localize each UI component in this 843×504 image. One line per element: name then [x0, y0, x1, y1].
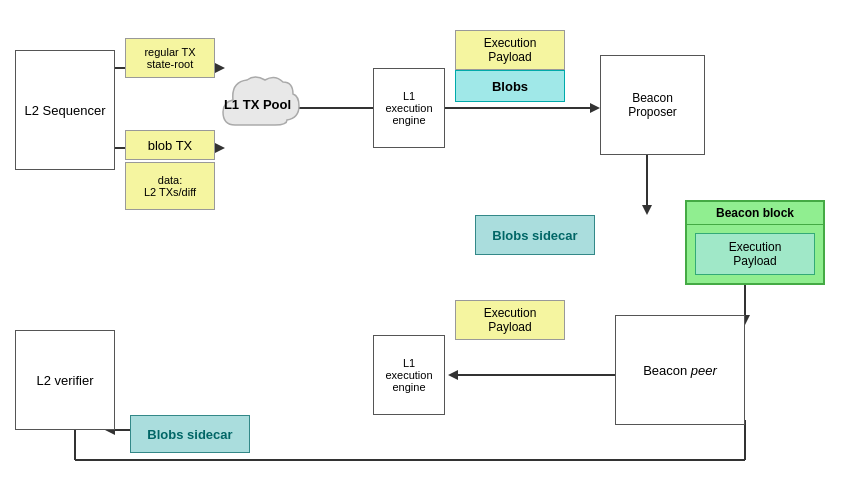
blob-tx-label: blob TX — [148, 138, 193, 153]
l1-execution-top-box: L1executionengine — [373, 68, 445, 148]
beacon-proposer-box: BeaconProposer — [600, 55, 705, 155]
l1-execution-bottom-label: L1executionengine — [385, 357, 432, 393]
svg-marker-13 — [448, 370, 458, 380]
blob-data-box: data:L2 TXs/diff — [125, 162, 215, 210]
blobs-sidecar-top-label: Blobs sidecar — [492, 228, 577, 243]
beacon-peer-label: Beacon peer — [643, 363, 717, 378]
blobs-sidecar-top-box: Blobs sidecar — [475, 215, 595, 255]
beacon-block-exec-label: ExecutionPayload — [729, 240, 782, 268]
l2-verifier-box: L2 verifier — [15, 330, 115, 430]
blobs-top-box: Blobs — [455, 70, 565, 102]
execution-payload-top-label: ExecutionPayload — [484, 36, 537, 64]
l2-sequencer-box: L2 Sequencer — [15, 50, 115, 170]
blobs-sidecar-bottom-box: Blobs sidecar — [130, 415, 250, 453]
execution-payload-top-box: ExecutionPayload — [455, 30, 565, 70]
l2-sequencer-label: L2 Sequencer — [25, 103, 106, 118]
blob-data-label: data:L2 TXs/diff — [144, 174, 196, 198]
blobs-top-label: Blobs — [492, 79, 528, 94]
execution-payload-bottom-label: ExecutionPayload — [484, 306, 537, 334]
execution-payload-bottom-box: ExecutionPayload — [455, 300, 565, 340]
regular-tx-box: regular TXstate-root — [125, 38, 215, 78]
beacon-proposer-label: BeaconProposer — [628, 91, 677, 119]
beacon-block-label: Beacon block — [716, 206, 794, 220]
beacon-peer-box: Beacon peer — [615, 315, 745, 425]
blobs-sidecar-bottom-label: Blobs sidecar — [147, 427, 232, 442]
l1-tx-pool-label: L1 TX Pool — [224, 97, 291, 113]
l1-tx-pool-cloud: L1 TX Pool — [215, 60, 300, 150]
svg-marker-9 — [642, 205, 652, 215]
l1-execution-bottom-box: L1executionengine — [373, 335, 445, 415]
beacon-block-box: Beacon block ExecutionPayload — [685, 200, 825, 285]
regular-tx-label: regular TXstate-root — [144, 46, 195, 70]
l2-verifier-label: L2 verifier — [36, 373, 93, 388]
l1-execution-top-label: L1executionengine — [385, 90, 432, 126]
svg-marker-7 — [590, 103, 600, 113]
blob-tx-box: blob TX — [125, 130, 215, 160]
